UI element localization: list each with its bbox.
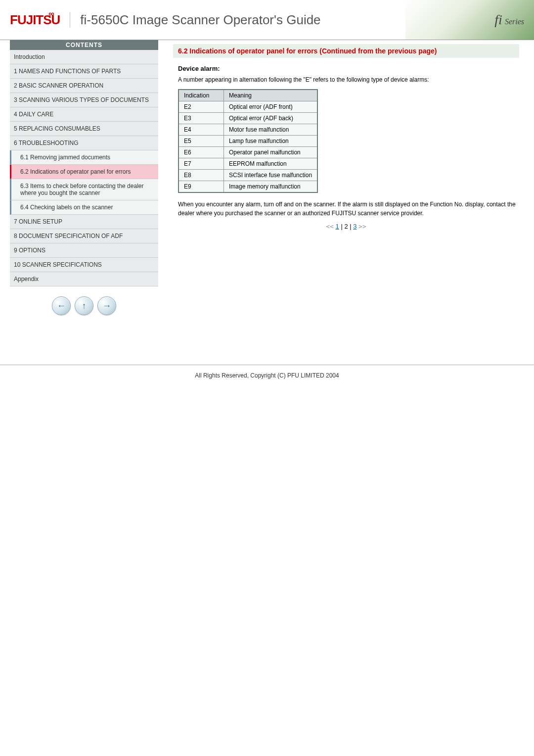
device-alarm-heading: Device alarm: bbox=[178, 65, 519, 72]
toc-introduction[interactable]: Introduction bbox=[10, 50, 158, 64]
pager-page-3[interactable]: 3 bbox=[353, 223, 356, 230]
table-row: E7EEPROM malfunction bbox=[178, 158, 317, 170]
th-meaning: Meaning bbox=[224, 90, 318, 101]
nav-forward-button[interactable]: → bbox=[97, 296, 116, 315]
body: CONTENTS Introduction 1 NAMES AND FUNCTI… bbox=[0, 40, 534, 335]
sidebar: CONTENTS Introduction 1 NAMES AND FUNCTI… bbox=[0, 40, 158, 335]
toc-6-3[interactable]: 6.3 Items to check before contacting the… bbox=[10, 179, 158, 200]
table-row: E2Optical error (ADF front) bbox=[178, 101, 317, 113]
pager-next[interactable]: >> bbox=[358, 223, 366, 230]
nav-buttons: ← ↑ → bbox=[10, 286, 158, 325]
alarm-note: When you encounter any alarm, turn off a… bbox=[178, 200, 519, 218]
copyright-text: All Rights Reserved, Copyright (C) PFU L… bbox=[195, 372, 339, 379]
toc-ch2[interactable]: 2 BASIC SCANNER OPERATION bbox=[10, 79, 158, 93]
pager-prev[interactable]: << bbox=[326, 223, 334, 230]
main-content: 6.2 Indications of operator panel for er… bbox=[158, 40, 534, 250]
toc-ch5[interactable]: 5 REPLACING CONSUMABLES bbox=[10, 122, 158, 136]
pager: << 1 | 2 | 3 >> bbox=[173, 223, 519, 230]
toc-ch10[interactable]: 10 SCANNER SPECIFICATIONS bbox=[10, 258, 158, 272]
page: FUJI∞TSU fi-5650C Image Scanner Operator… bbox=[0, 0, 534, 399]
fujitsu-logo: FUJI∞TSU bbox=[10, 12, 70, 28]
pager-page-1[interactable]: 1 bbox=[336, 223, 339, 230]
header-decor: fi fi SeriesSeries bbox=[405, 0, 534, 40]
arrow-right-icon: → bbox=[102, 301, 111, 311]
toc-ch7[interactable]: 7 ONLINE SETUP bbox=[10, 215, 158, 229]
toc-ch8[interactable]: 8 DOCUMENT SPECIFICATION OF ADF bbox=[10, 229, 158, 243]
table-row: E3Optical error (ADF back) bbox=[178, 113, 317, 124]
toc-6-2[interactable]: 6.2 Indications of operator panel for er… bbox=[10, 165, 158, 179]
section-title: 6.2 Indications of operator panel for er… bbox=[173, 44, 519, 58]
arrow-up-icon: ↑ bbox=[82, 301, 87, 311]
contents-header: CONTENTS bbox=[10, 40, 158, 50]
toc-appendix[interactable]: Appendix bbox=[10, 272, 158, 286]
pager-page-2: 2 bbox=[344, 223, 348, 230]
table-row: E9Image memory malfunction bbox=[178, 181, 317, 193]
header: FUJI∞TSU fi-5650C Image Scanner Operator… bbox=[0, 0, 534, 40]
table-row: E6Operator panel malfunction bbox=[178, 147, 317, 158]
nav-up-button[interactable]: ↑ bbox=[75, 296, 93, 315]
toc-ch4[interactable]: 4 DAILY CARE bbox=[10, 107, 158, 122]
table-row: E4Motor fuse malfunction bbox=[178, 124, 317, 136]
toc-ch1[interactable]: 1 NAMES AND FUNCTIONS OF PARTS bbox=[10, 64, 158, 79]
toc-ch3[interactable]: 3 SCANNING VARIOUS TYPES OF DOCUMENTS bbox=[10, 93, 158, 107]
arrow-left-icon: ← bbox=[57, 301, 66, 311]
table-row: E5Lamp fuse malfunction bbox=[178, 136, 317, 147]
nav-back-button[interactable]: ← bbox=[52, 296, 71, 315]
alarm-table: Indication Meaning E2Optical error (ADF … bbox=[178, 89, 318, 193]
toc-ch9[interactable]: 9 OPTIONS bbox=[10, 243, 158, 258]
series-label: fi fi SeriesSeries bbox=[494, 12, 524, 28]
device-alarm-intro: A number appearing in alternation follow… bbox=[178, 75, 519, 84]
th-indication: Indication bbox=[178, 90, 224, 101]
toc-6-1[interactable]: 6.1 Removing jammed documents bbox=[10, 150, 158, 165]
page-title: fi-5650C Image Scanner Operator's Guide bbox=[80, 12, 320, 28]
toc-ch6[interactable]: 6 TROUBLESHOOTING bbox=[10, 136, 158, 150]
table-row: E8SCSI interface fuse malfunction bbox=[178, 170, 317, 181]
toc-6-4[interactable]: 6.4 Checking labels on the scanner bbox=[10, 200, 158, 215]
table-header-row: Indication Meaning bbox=[178, 90, 317, 101]
footer: All Rights Reserved, Copyright (C) PFU L… bbox=[0, 365, 534, 399]
